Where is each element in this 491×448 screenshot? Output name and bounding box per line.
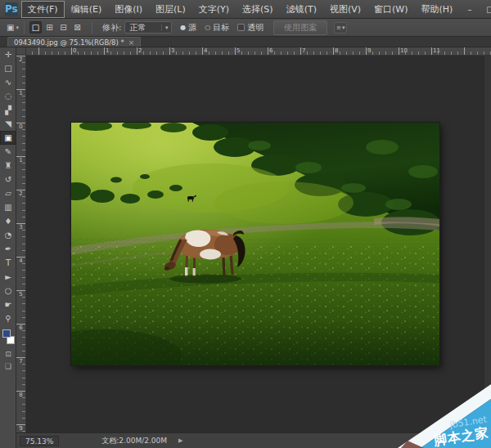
ruler-corner — [16, 47, 26, 56]
tool-history-brush[interactable]: ↺ — [0, 172, 16, 186]
source-radio[interactable]: ● 源 — [180, 22, 196, 34]
tool-move[interactable]: ✛ — [0, 47, 16, 61]
ruler-number: 1 — [16, 156, 25, 190]
window-controls: – □ ✕ — [459, 0, 491, 19]
tab-bar: 0943490.jpg @ 75.1%(RGB/8) * × — [0, 37, 491, 47]
chevron-down-icon: ▾ — [342, 25, 345, 31]
tool-zoom[interactable]: ⚲ — [0, 311, 16, 325]
menu-item[interactable]: 选择(S) — [236, 1, 280, 18]
menu-items: 文件(F) 编辑(E) 图像(I) 图层(L) 文字(Y) 选择(S) 滤镜(T… — [21, 1, 460, 18]
ruler-number: 2 — [138, 47, 171, 55]
mode-subtract-from-selection[interactable]: ⊟ — [57, 21, 70, 34]
tool-eraser[interactable]: ▱ — [0, 186, 16, 200]
menu-item[interactable]: 文字(Y) — [192, 1, 236, 18]
ruler-number: 5 — [236, 47, 269, 55]
ruler-number: 0 — [16, 123, 25, 156]
tool-quick-selection[interactable]: ◌ — [0, 89, 16, 103]
options-bar: ▣ ▾ □ ⊞ ⊟ ⊠ 修补: 正常 ▾ ● 源 ○ 目标 — [0, 19, 491, 37]
document-tab-title: 0943490.jpg @ 75.1%(RGB/8) * — [14, 38, 124, 47]
menu-item[interactable]: 窗口(W) — [367, 1, 414, 18]
screen-mode-button[interactable]: ❏ — [0, 360, 16, 372]
pattern-picker-dropdown[interactable]: ≡ ▾ — [334, 22, 347, 34]
mode-new-selection[interactable]: □ — [29, 21, 42, 34]
target-radio-label: 目标 — [213, 22, 229, 34]
status-menu-arrow-icon[interactable]: ▶ — [178, 437, 182, 444]
horizontal-ruler[interactable]: 01234567891011 — [16, 47, 491, 56]
ruler-number: 7 — [302, 47, 335, 55]
vertical-ruler[interactable]: 210123456789 — [16, 56, 26, 432]
ruler-number: 4 — [16, 257, 25, 290]
ruler-number: 10 — [400, 47, 433, 55]
ruler-number: 4 — [204, 47, 236, 55]
menu-item[interactable]: 帮助(H) — [415, 1, 460, 18]
menu-item[interactable]: 视图(V) — [323, 1, 367, 18]
zoom-level-field[interactable]: 75.13% — [20, 436, 59, 446]
tool-healing-brush[interactable]: ▣ — [0, 131, 16, 145]
ruler-number: 0 — [73, 47, 106, 55]
minimize-button[interactable]: – — [459, 0, 480, 19]
selection-mode-group: □ ⊞ ⊟ ⊠ — [29, 21, 83, 34]
tool-eyedropper[interactable]: ◥ — [0, 117, 16, 131]
chevron-down-icon: ▾ — [16, 25, 19, 31]
tool-blur[interactable]: ♦ — [0, 214, 16, 228]
ruler-number: 3 — [171, 47, 204, 55]
ruler-number: 3 — [16, 223, 25, 257]
tool-pen[interactable]: ✒ — [0, 242, 16, 256]
menu-item[interactable]: 滤镜(T) — [280, 1, 323, 18]
foreground-color-swatch[interactable] — [2, 329, 11, 338]
tool-hand[interactable]: ☛ — [0, 298, 16, 311]
scrollbar-track[interactable] — [484, 56, 491, 432]
tool-brush[interactable]: ✎ — [0, 145, 16, 159]
radio-unselected-icon: ○ — [205, 24, 210, 31]
tool-list: ✛ □ ∿ ◌ ▞ ◥ ▣ ✎ ♜ ↺ ▱ ▥ — [0, 47, 16, 325]
tool-extras: ⊡ ❏ — [0, 347, 16, 372]
horizontal-ruler-numbers: 01234567891011 — [73, 47, 491, 55]
tool-type[interactable]: T — [0, 256, 16, 270]
ruler-number: 1 — [16, 89, 25, 123]
transparent-checkbox[interactable]: 透明 — [237, 22, 264, 34]
tool-dodge[interactable]: ◔ — [0, 228, 16, 242]
menu-bar: Ps 文件(F) 编辑(E) 图像(I) 图层(L) 文字(Y) 选择(S) 滤… — [0, 0, 491, 19]
ruler-number: 6 — [269, 47, 302, 55]
status-bar: 75.13% 文档:2.00M/2.00M ▶ — [16, 432, 491, 448]
menu-item[interactable]: 图层(L) — [149, 1, 192, 18]
ruler-number: 2 — [16, 56, 25, 89]
tool-path-selection[interactable]: ► — [0, 270, 16, 284]
ruler-number: 8 — [16, 391, 25, 424]
checkbox-icon — [237, 24, 245, 31]
color-swatches — [0, 328, 16, 347]
ruler-number: 5 — [16, 290, 25, 324]
ruler-number: 6 — [16, 324, 25, 357]
mode-add-to-selection[interactable]: ⊞ — [43, 21, 56, 34]
tool-marquee[interactable]: □ — [0, 61, 16, 75]
ruler-number: 2 — [16, 190, 25, 223]
target-radio[interactable]: ○ 目标 — [205, 22, 229, 34]
document-canvas-image[interactable] — [71, 123, 439, 365]
patch-label: 修补: — [102, 22, 121, 34]
pattern-icon: ≡ — [336, 25, 341, 31]
ruler-number: 8 — [335, 47, 367, 55]
menu-item[interactable]: 图像(I) — [108, 1, 149, 18]
tool-shape[interactable]: ○ — [0, 284, 16, 298]
photoshop-window: Ps 文件(F) 编辑(E) 图像(I) 图层(L) 文字(Y) 选择(S) 滤… — [0, 0, 491, 448]
maximize-button[interactable]: □ — [480, 0, 491, 19]
tool-crop[interactable]: ▞ — [0, 103, 16, 117]
document-size-info: 文档:2.00M/2.00M — [101, 436, 167, 446]
use-pattern-button[interactable]: 使用图案 — [273, 20, 327, 35]
chevron-down-icon: ▾ — [161, 25, 171, 31]
tool-clone-stamp[interactable]: ♜ — [0, 159, 16, 172]
tool-lasso[interactable]: ∿ — [0, 75, 16, 89]
patch-tool-icon: ▣ — [7, 23, 14, 32]
tab-close-icon[interactable]: × — [128, 38, 135, 47]
patch-mode-value: 正常 — [125, 22, 161, 34]
document-tab[interactable]: 0943490.jpg @ 75.1%(RGB/8) * × — [7, 37, 141, 47]
tool-preset-picker[interactable]: ▣ ▾ — [7, 23, 19, 32]
patch-mode-dropdown[interactable]: 正常 ▾ — [124, 21, 172, 34]
menu-item[interactable]: 文件(F) — [21, 1, 65, 18]
mode-intersect-selection[interactable]: ⊠ — [71, 21, 83, 34]
tool-gradient[interactable]: ▥ — [0, 200, 16, 214]
quick-mask-button[interactable]: ⊡ — [0, 347, 16, 360]
vertical-ruler-numbers: 210123456789 — [16, 56, 25, 448]
menu-item[interactable]: 编辑(E) — [65, 1, 109, 18]
separator — [24, 21, 25, 34]
